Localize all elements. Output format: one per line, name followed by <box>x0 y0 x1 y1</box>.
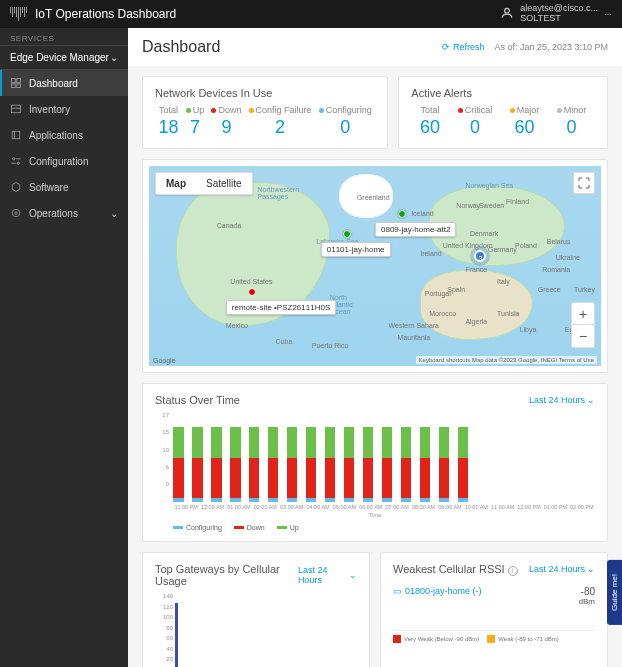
marker-label[interactable]: remote-site •PSZ26111H0S <box>226 300 336 315</box>
service-selector[interactable]: Edge Device Manager ⌄ <box>0 45 128 70</box>
status-bar[interactable] <box>458 427 469 502</box>
rssi-device-link[interactable]: ▭ 01800-jay-home (-) <box>393 586 482 596</box>
status-bar[interactable] <box>420 427 431 502</box>
refresh-icon: ⟳ <box>442 42 450 52</box>
page-title: Dashboard <box>142 38 220 56</box>
card-title: Network Devices In Use <box>155 87 375 99</box>
time-range-selector[interactable]: Last 24 Hours ⌄ <box>529 564 595 574</box>
map-canvas[interactable]: Canada United States Mexico Greenland Ic… <box>149 166 601 366</box>
services-label: SERVICES <box>0 28 128 45</box>
sidebar-item-dashboard[interactable]: Dashboard <box>0 70 128 96</box>
main-content: Dashboard ⟳ Refresh As of: Jan 25, 2023 … <box>128 28 622 667</box>
sidebar-item-label: Operations <box>29 208 78 219</box>
sidebar-item-operations[interactable]: Operations⌄ <box>0 200 128 226</box>
product-title: IoT Operations Dashboard <box>35 7 176 21</box>
software-icon <box>10 181 22 193</box>
fullscreen-button[interactable] <box>573 172 595 194</box>
dropdown-icon: ⋯ <box>604 10 612 19</box>
map-card: Map Satellite + − Canada United States M… <box>142 159 608 373</box>
pin-icon: 3 <box>474 250 486 262</box>
sidebar-item-inventory[interactable]: Inventory <box>0 96 128 122</box>
stat-value: 0 <box>458 117 493 138</box>
status-bar[interactable] <box>211 427 222 502</box>
map-marker[interactable]: 3 <box>474 250 486 262</box>
stat-major[interactable]: Major60 <box>510 105 540 138</box>
chevron-down-icon: ⌄ <box>110 52 118 63</box>
map-tab-map[interactable]: Map <box>156 173 196 194</box>
stat-value: 18 <box>159 117 179 138</box>
stat-total[interactable]: Total18 <box>159 105 179 138</box>
chart-title: Top Gateways by Cellular Usage <box>155 563 298 587</box>
svg-point-11 <box>17 162 19 164</box>
status-bar[interactable] <box>287 427 298 502</box>
svg-point-9 <box>13 158 15 160</box>
user-menu[interactable]: aleaytse@cisco.c... SOLTEST ⋯ <box>500 4 612 24</box>
legend-item: Weak (-89 to -71 dBm) <box>487 635 559 643</box>
status-bar[interactable] <box>192 427 203 502</box>
status-bar[interactable] <box>382 427 393 502</box>
as-of-timestamp: As of: Jan 25, 2023 3:10 PM <box>494 42 608 52</box>
status-bar[interactable] <box>249 427 260 502</box>
info-icon[interactable]: i <box>508 566 518 576</box>
svg-rect-3 <box>12 84 16 88</box>
status-bar[interactable] <box>268 427 279 502</box>
svg-rect-5 <box>12 105 21 113</box>
svg-rect-7 <box>12 131 20 139</box>
status-bar[interactable] <box>325 427 336 502</box>
router-icon: ▭ <box>393 586 402 596</box>
marker-label[interactable]: 01101-jay-home <box>321 242 391 257</box>
stat-value: 60 <box>420 117 440 138</box>
time-range-selector[interactable]: Last 24 Hours ⌄ <box>529 395 595 405</box>
zoom-in-button[interactable]: + <box>572 303 594 325</box>
map-tab-satellite[interactable]: Satellite <box>196 173 252 194</box>
status-bar[interactable] <box>439 427 450 502</box>
stat-minor[interactable]: Minor0 <box>557 105 587 138</box>
map-marker[interactable] <box>343 230 351 238</box>
service-selector-label: Edge Device Manager <box>10 52 109 63</box>
sidebar-item-configuration[interactable]: Configuration <box>0 148 128 174</box>
marker-label[interactable]: 0809-jay-home-att2 <box>375 222 456 237</box>
sidebar: SERVICES Edge Device Manager ⌄ Dashboard… <box>0 28 128 667</box>
stat-value: 0 <box>319 117 372 138</box>
legend-item: Down <box>234 524 265 531</box>
gateway-bar[interactable] <box>175 603 178 667</box>
chevron-down-icon: ⌄ <box>587 564 595 574</box>
fullscreen-icon <box>578 177 590 189</box>
sidebar-item-software[interactable]: Software <box>0 174 128 200</box>
stat-config-failure[interactable]: Config Failure2 <box>249 105 312 138</box>
time-range-selector[interactable]: Last 24 Hours ⌄ <box>298 565 357 585</box>
legend-item: Up <box>277 524 299 531</box>
stat-value: 0 <box>557 117 587 138</box>
status-over-time-card: Status Over Time Last 24 Hours ⌄ 1715106… <box>142 383 608 542</box>
map-marker[interactable] <box>248 288 256 296</box>
zoom-out-button[interactable]: − <box>572 325 594 347</box>
sidebar-item-applications[interactable]: Applications <box>0 122 128 148</box>
chevron-down-icon: ⌄ <box>110 208 118 219</box>
stat-configuring[interactable]: Configuring0 <box>319 105 372 138</box>
map-marker[interactable] <box>398 210 406 218</box>
guide-me-tab[interactable]: Guide me! <box>607 560 622 625</box>
stat-critical[interactable]: Critical0 <box>458 105 493 138</box>
refresh-button[interactable]: ⟳ Refresh <box>442 42 485 52</box>
stat-up[interactable]: Up7 <box>186 105 205 138</box>
svg-point-14 <box>15 212 17 214</box>
stat-down[interactable]: Down9 <box>211 105 241 138</box>
stat-total[interactable]: Total60 <box>420 105 440 138</box>
page-header: Dashboard ⟳ Refresh As of: Jan 25, 2023 … <box>128 28 622 66</box>
active-alerts-card: Active Alerts Total60Critical0Major60Min… <box>398 76 608 149</box>
sidebar-item-label: Configuration <box>29 156 88 167</box>
weakest-rssi-card: Weakest Cellular RSSI i Last 24 Hours ⌄ … <box>380 552 608 667</box>
status-bar[interactable] <box>173 427 184 502</box>
status-bar[interactable] <box>401 427 412 502</box>
chart-title: Weakest Cellular RSSI i <box>393 563 518 576</box>
legend-item: Very Weak (Below -90 dBm) <box>393 635 479 643</box>
pin-icon <box>248 288 256 296</box>
svg-rect-2 <box>17 79 21 83</box>
stat-value: 7 <box>186 117 205 138</box>
status-bar[interactable] <box>230 427 241 502</box>
rssi-value: -80 <box>579 586 595 597</box>
chart-title: Status Over Time <box>155 394 240 406</box>
status-bar[interactable] <box>344 427 355 502</box>
status-bar[interactable] <box>363 427 374 502</box>
status-bar[interactable] <box>306 427 317 502</box>
